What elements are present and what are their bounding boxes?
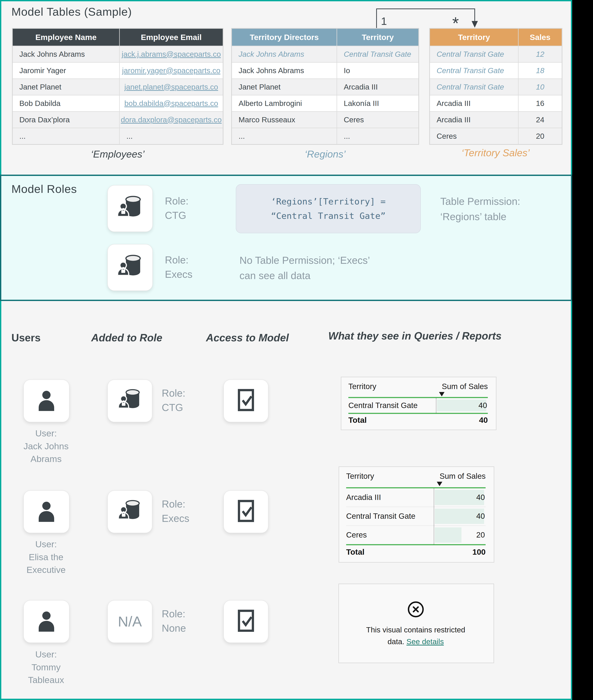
- table-row: Jack Johns Abrams Central Transit Gate: [232, 46, 418, 62]
- visual-col-territory: Territory: [346, 472, 374, 480]
- table-row: Janet Planet Arcadia III: [232, 78, 418, 95]
- sort-descending-icon[interactable]: [437, 482, 442, 486]
- email-link[interactable]: dora.daxplora@spaceparts.co: [121, 116, 222, 124]
- relationship-line-left: [376, 8, 377, 28]
- database-security-icon: [117, 388, 143, 414]
- queries-reports-header: What they see in Queries / Reports: [328, 330, 502, 342]
- model-roles-title: Model Roles: [11, 182, 77, 195]
- checkbox-checked-icon: [236, 609, 256, 634]
- role-execs-label: Role: Execs: [165, 253, 193, 281]
- relationship-arrow-icon: [472, 21, 478, 28]
- visual-row: Ceres 20: [346, 526, 486, 544]
- role-ctg-permission-note: Table Permission: ‘Regions’ table: [440, 194, 520, 224]
- database-security-icon: [116, 253, 144, 282]
- user-card-tommy: [24, 600, 70, 643]
- report-visual-restricted: This visual contains restricted data. Se…: [339, 584, 494, 663]
- employees-table-header: Employee Name Employee Email: [13, 29, 223, 46]
- users-header: Users: [11, 332, 41, 344]
- table-row: ... ...: [13, 128, 223, 144]
- table-row: Jaromir Yager jaromir.yager@spaceparts.c…: [13, 62, 223, 78]
- column-header: Sales: [518, 29, 562, 46]
- column-header: Employee Name: [13, 29, 119, 46]
- report-visual-ctg: Territory Sum of Sales Central Transit G…: [341, 377, 497, 430]
- visual-total-row: Total 100: [346, 545, 486, 559]
- email-link[interactable]: janet.planet@spaceparts.co: [124, 83, 218, 91]
- regions-caption: ‘Regions’: [305, 148, 346, 160]
- employees-caption: ‘Employees’: [91, 148, 145, 160]
- table-row: Bob Dabilda bob.dabilda@spaceparts.co: [13, 95, 223, 111]
- table-row: Central Transit Gate 12: [430, 46, 562, 62]
- visual-row: Arcadia III 40: [346, 488, 486, 507]
- relationship-line-right: [474, 8, 475, 22]
- access-card-row1: [224, 380, 268, 422]
- email-link[interactable]: bob.dabilda@spaceparts.co: [124, 99, 218, 108]
- email-link[interactable]: jack.j.abrams@spaceparts.co: [122, 50, 221, 59]
- role-card-ctg: [107, 380, 152, 422]
- user-label-elisa: User: Elisa the Executive: [7, 538, 85, 576]
- visual-header: Territory Sum of Sales: [346, 472, 486, 480]
- table-row: Marco Russeaux Ceres: [232, 111, 418, 128]
- database-security-icon: [117, 499, 143, 525]
- dax-filter-code: ‘Regions’[Territory] = “Central Transit …: [236, 184, 421, 233]
- column-header: Territory Directors: [232, 29, 337, 46]
- access-to-model-header: Access to Model: [206, 332, 289, 344]
- dax-code-line: ‘Regions’[Territory] =: [271, 194, 386, 209]
- visual-col-sales[interactable]: Sum of Sales: [442, 382, 488, 391]
- role-text-row1: Role: CTG: [162, 386, 185, 415]
- error-circle-x-icon: [407, 600, 425, 619]
- email-link[interactable]: jaromir.yager@spaceparts.co: [122, 66, 221, 75]
- user-card-jack: [24, 380, 70, 422]
- relationship-line-horizontal: [376, 8, 475, 9]
- access-card-row3: [224, 600, 268, 643]
- user-label-tommy: User: Tommy Tableaux: [7, 648, 85, 687]
- territory-sales-caption: ‘Territory Sales’: [462, 147, 529, 158]
- regions-table: Territory Directors Territory Jack Johns…: [231, 28, 419, 145]
- person-icon: [33, 607, 60, 636]
- role-execs-card: [107, 244, 153, 291]
- role-card-none: N/A: [107, 600, 152, 643]
- employees-table: Employee Name Employee Email Jack Johns …: [12, 28, 224, 145]
- column-header: Employee Email: [119, 29, 223, 46]
- model-tables-title: Model Tables (Sample): [11, 5, 132, 18]
- dax-code-line: “Central Transit Gate”: [271, 209, 386, 223]
- visual-row: Central Transit Gate 40: [346, 507, 486, 526]
- infographic-canvas: Model Tables (Sample) 1 * Employee Name …: [0, 0, 593, 700]
- table-row: Central Transit Gate 18: [430, 62, 562, 78]
- role-ctg-label: Role: CTG: [165, 194, 189, 223]
- table-row: ... ...: [232, 128, 418, 144]
- table-row: Arcadia III 16: [430, 95, 562, 111]
- role-text-row2: Role: Execs: [162, 497, 189, 526]
- relationship-one-label: 1: [381, 16, 387, 27]
- role-card-execs: [107, 490, 152, 533]
- visual-total-row: Total 40: [348, 414, 488, 426]
- column-header: Territory: [430, 29, 518, 46]
- added-to-role-header: Added to Role: [91, 332, 162, 344]
- territory-sales-table-header: Territory Sales: [430, 29, 562, 46]
- role-execs-permission-note: No Table Permission; ‘Execs’ can see all…: [239, 253, 370, 283]
- regions-table-header: Territory Directors Territory: [232, 29, 418, 46]
- table-row: Janet Planet janet.planet@spaceparts.co: [13, 78, 223, 95]
- role-label: Role:: [165, 253, 193, 267]
- user-label-jack: User: Jack Johns Abrams: [7, 427, 85, 466]
- report-visual-execs: Territory Sum of Sales Arcadia III 40 Ce…: [339, 466, 494, 562]
- person-icon: [33, 387, 60, 415]
- territory-sales-table: Territory Sales Central Transit Gate 12 …: [429, 28, 562, 145]
- checkbox-checked-icon: [236, 388, 256, 414]
- database-security-icon: [116, 194, 144, 223]
- role-name: Execs: [165, 267, 193, 281]
- table-row: Ceres 20: [430, 128, 562, 144]
- role-name: CTG: [165, 208, 189, 223]
- databar: [435, 528, 462, 543]
- role-ctg-card: [107, 185, 153, 232]
- na-label: N/A: [118, 613, 142, 630]
- visual-col-sales[interactable]: Sum of Sales: [440, 472, 486, 480]
- visual-col-territory: Territory: [348, 382, 377, 391]
- visual-header: Territory Sum of Sales: [348, 382, 488, 391]
- table-row: Central Transit Gate 10: [430, 78, 562, 95]
- see-details-link[interactable]: See details: [406, 637, 444, 646]
- role-text-row3: Role: None: [162, 607, 186, 635]
- table-row: Jack Johns Abrams jack.j.abrams@spacepar…: [13, 46, 223, 62]
- table-row: Dora Dax’plora dora.daxplora@spaceparts.…: [13, 111, 223, 128]
- access-card-row2: [224, 490, 268, 533]
- sort-descending-icon[interactable]: [439, 392, 444, 396]
